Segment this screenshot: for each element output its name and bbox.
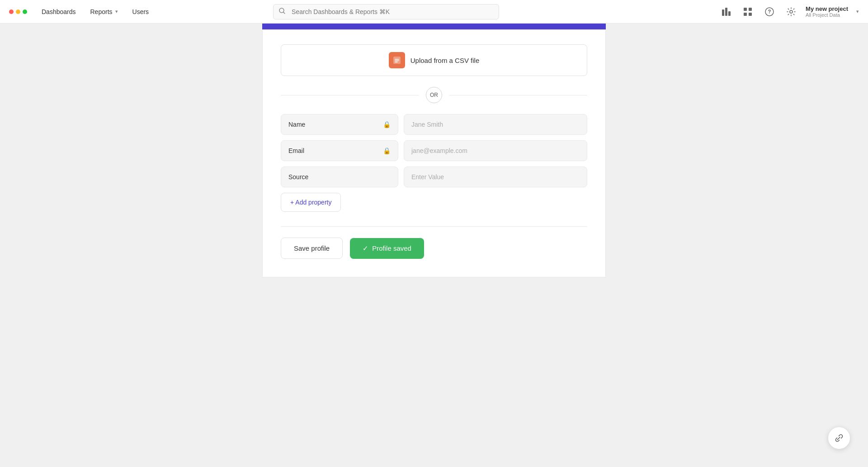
analytics-icon-btn[interactable] [719,5,733,19]
reports-nav-link[interactable]: Reports ▾ [85,5,123,18]
minimize-dot[interactable] [16,10,20,14]
email-lock-icon: 🔒 [383,147,391,154]
users-nav-link[interactable]: Users [127,5,155,18]
source-field-row: Source [281,167,587,187]
source-input[interactable] [404,167,587,187]
name-label: Name [288,121,305,128]
email-field-row: Email 🔒 [281,140,587,161]
source-label: Source [288,173,308,181]
project-selector[interactable]: My new project All Project Data [806,5,848,18]
settings-icon-btn[interactable] [784,5,798,19]
nav-right-icons: My new project All Project Data ▾ [719,5,859,19]
project-chevron-icon: ▾ [856,9,859,14]
save-profile-label: Save profile [294,244,330,252]
dashboards-nav-link[interactable]: Dashboards [36,5,81,18]
svg-rect-4 [728,11,731,16]
reports-chevron-icon: ▾ [115,9,118,14]
top-navigation: Dashboards Reports ▾ Users [0,0,868,24]
svg-rect-6 [749,8,752,11]
window-controls [9,10,27,14]
floating-link-button[interactable] [828,427,850,449]
email-input[interactable] [404,140,587,161]
name-lock-icon: 🔒 [383,121,391,128]
or-divider: OR [281,87,587,103]
svg-rect-5 [744,8,747,11]
svg-rect-12 [393,57,401,64]
email-label: Email [288,147,304,154]
form-container: Upload from a CSV file OR Name 🔒 Email 🔒 [262,29,606,277]
source-label-box: Source [281,167,398,187]
csv-upload-button[interactable]: Upload from a CSV file [281,44,587,76]
center-panel: customer base. Upload from a CSV file OR [262,0,606,443]
project-sub: All Project Data [806,12,840,18]
svg-rect-8 [749,13,752,16]
page-layout: customer base. Upload from a CSV file OR [0,0,868,443]
email-label-box: Email 🔒 [281,140,398,161]
help-icon-btn[interactable] [762,5,777,19]
svg-point-10 [769,13,770,14]
svg-rect-2 [722,10,724,16]
add-property-button[interactable]: + Add property [281,193,341,212]
nav-links: Dashboards Reports ▾ Users [36,5,154,18]
name-field-row: Name 🔒 [281,114,587,135]
maximize-dot[interactable] [23,10,27,14]
left-background [0,0,262,443]
search-icon [278,7,286,16]
svg-point-11 [790,10,793,13]
check-icon: ✓ [363,244,368,253]
name-input[interactable] [404,114,587,135]
reports-label: Reports [90,8,113,15]
form-footer: Save profile ✓ Profile saved [281,226,587,259]
name-label-box: Name 🔒 [281,114,398,135]
profile-saved-button[interactable]: ✓ Profile saved [350,238,424,259]
grid-icon-btn[interactable] [741,5,755,19]
project-name: My new project [806,5,848,12]
or-badge: OR [426,87,442,103]
search-input[interactable] [273,4,499,19]
save-profile-button[interactable]: Save profile [281,238,343,259]
csv-icon [389,52,405,68]
profile-saved-label: Profile saved [372,244,411,252]
csv-upload-label: Upload from a CSV file [410,57,480,64]
svg-rect-3 [725,8,727,16]
add-property-label: + Add property [290,199,331,206]
svg-line-1 [283,12,285,14]
svg-rect-7 [744,13,747,16]
close-dot[interactable] [9,10,14,14]
right-background [606,0,868,443]
search-bar [273,4,499,19]
